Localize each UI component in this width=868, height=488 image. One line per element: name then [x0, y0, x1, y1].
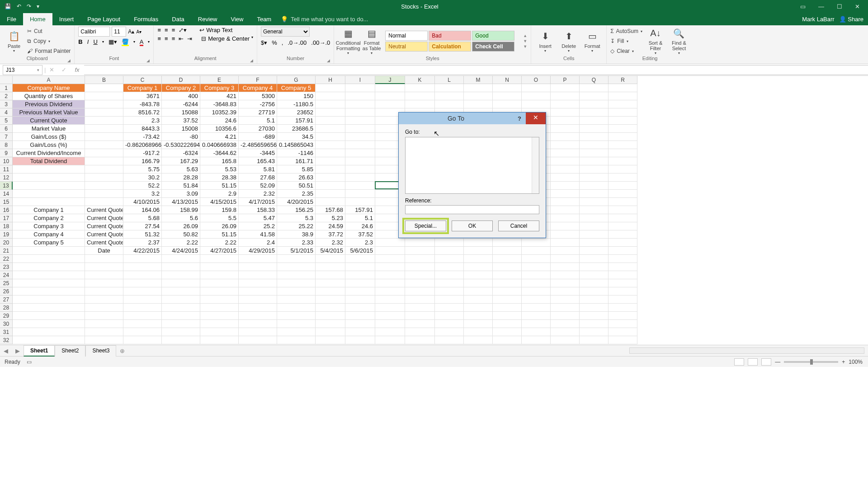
cell[interactable]: [13, 328, 85, 336]
cell[interactable]: [162, 255, 200, 263]
cell[interactable]: Current Quote: [85, 206, 123, 214]
cell[interactable]: 3671: [123, 92, 162, 100]
cell[interactable]: [551, 165, 580, 174]
cell[interactable]: [551, 328, 580, 336]
cell[interactable]: [609, 287, 637, 296]
cell[interactable]: [405, 328, 435, 336]
row-head-6[interactable]: 6: [0, 125, 13, 133]
cell[interactable]: [551, 190, 580, 198]
fx-icon[interactable]: fx: [70, 66, 84, 73]
cell[interactable]: Current Quote: [85, 239, 123, 247]
decrease-font-icon[interactable]: A▾: [136, 29, 142, 34]
row-head-7[interactable]: 7: [0, 133, 13, 141]
cell[interactable]: [85, 198, 123, 206]
row-head-17[interactable]: 17: [0, 214, 13, 222]
conditional-formatting-button[interactable]: ▦Conditional Formatting▾: [338, 27, 359, 55]
cell[interactable]: [551, 198, 580, 206]
cell[interactable]: [123, 287, 162, 296]
cell[interactable]: [85, 157, 123, 165]
cell[interactable]: 25.22: [277, 222, 316, 230]
cell[interactable]: 421: [200, 92, 239, 100]
cell[interactable]: [580, 296, 609, 304]
cell[interactable]: [85, 190, 123, 198]
style-good[interactable]: Good: [472, 31, 514, 41]
cell[interactable]: 158.99: [162, 206, 200, 214]
cell[interactable]: 27.54: [123, 222, 162, 230]
cell[interactable]: [580, 100, 609, 108]
cell[interactable]: Company 2: [162, 84, 200, 92]
cell[interactable]: [435, 328, 464, 336]
cell[interactable]: 2.3: [123, 117, 162, 125]
cell[interactable]: [405, 279, 435, 287]
align-middle-icon[interactable]: ≡: [165, 27, 168, 33]
cell[interactable]: 2.32: [316, 239, 345, 247]
cell[interactable]: [609, 133, 637, 141]
cell[interactable]: [200, 328, 239, 336]
cell[interactable]: 23686.5: [277, 125, 316, 133]
cell[interactable]: 165.8: [200, 157, 239, 165]
tab-team[interactable]: Team: [250, 13, 278, 25]
cell[interactable]: 37.52: [345, 230, 375, 239]
cell[interactable]: 2.37: [123, 239, 162, 247]
cell[interactable]: 37.52: [162, 117, 200, 125]
user-name[interactable]: Mark LaBarr: [802, 16, 835, 23]
cell[interactable]: [580, 174, 609, 182]
cell[interactable]: [580, 84, 609, 92]
underline-button[interactable]: U: [93, 38, 97, 45]
cell[interactable]: [13, 190, 85, 198]
cell[interactable]: [200, 296, 239, 304]
launcher-icon[interactable]: ◢: [146, 58, 150, 63]
cell[interactable]: [405, 100, 435, 108]
cell[interactable]: 4/24/2015: [162, 247, 200, 255]
cell[interactable]: [551, 141, 580, 149]
cell[interactable]: 50.51: [277, 182, 316, 190]
cell[interactable]: [405, 320, 435, 328]
row-head-12[interactable]: 12: [0, 174, 13, 182]
cell[interactable]: [239, 336, 277, 344]
cell[interactable]: Company 1: [123, 84, 162, 92]
cell[interactable]: [405, 84, 435, 92]
cell[interactable]: [522, 271, 551, 279]
cell[interactable]: [316, 271, 345, 279]
maximize-icon[interactable]: ☐: [837, 3, 842, 10]
cell[interactable]: [239, 263, 277, 271]
cell[interactable]: [522, 92, 551, 100]
cell[interactable]: -0.530222694: [162, 141, 200, 149]
cell[interactable]: 50.82: [162, 230, 200, 239]
cell[interactable]: Company Name: [13, 84, 85, 92]
cell[interactable]: [316, 133, 345, 141]
cell[interactable]: [85, 271, 123, 279]
cell[interactable]: [345, 304, 375, 312]
dialog-close-icon[interactable]: ✕: [526, 113, 546, 124]
cell[interactable]: [123, 320, 162, 328]
cell[interactable]: [200, 312, 239, 320]
cell[interactable]: 52.09: [239, 182, 277, 190]
cell[interactable]: [609, 230, 637, 239]
cell[interactable]: [277, 304, 316, 312]
cell[interactable]: [85, 279, 123, 287]
cell[interactable]: Market Value: [13, 125, 85, 133]
cell[interactable]: [493, 304, 522, 312]
cell[interactable]: [609, 141, 637, 149]
comma-icon[interactable]: ,: [282, 39, 283, 46]
cell[interactable]: [345, 336, 375, 344]
cell[interactable]: [522, 279, 551, 287]
special-button[interactable]: Special...: [405, 221, 446, 231]
tab-review[interactable]: Review: [191, 13, 224, 25]
cell[interactable]: [435, 247, 464, 255]
cell[interactable]: 157.91: [277, 117, 316, 125]
row-head-19[interactable]: 19: [0, 230, 13, 239]
col-head-D[interactable]: D: [162, 76, 200, 84]
cell[interactable]: 51.15: [200, 182, 239, 190]
indent-increase-icon[interactable]: ⇥: [187, 35, 192, 42]
cell[interactable]: 4/17/2015: [239, 198, 277, 206]
cell[interactable]: [405, 255, 435, 263]
italic-button[interactable]: I: [87, 38, 89, 45]
cell[interactable]: [13, 320, 85, 328]
cell[interactable]: [609, 206, 637, 214]
cell[interactable]: [375, 328, 405, 336]
cell[interactable]: [239, 320, 277, 328]
launcher-icon[interactable]: ◢: [67, 58, 71, 63]
cell[interactable]: 5.63: [162, 165, 200, 174]
row-head-3[interactable]: 3: [0, 100, 13, 108]
